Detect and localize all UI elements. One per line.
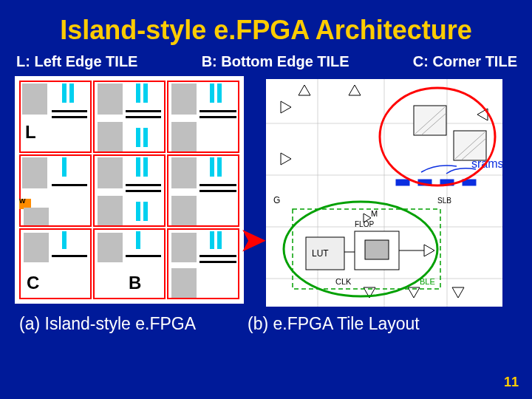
lut-label: LUT — [312, 248, 329, 259]
tile-std — [93, 154, 166, 227]
tile-C-label: C — [27, 273, 39, 293]
sram-block — [414, 106, 486, 160]
flop-label: FLOP — [355, 220, 374, 228]
tile-legend-row: L: Left Edge TILE B: Bottom Edge TILE C:… — [0, 53, 532, 76]
figure-b: srams G SLB LUT FLOP M — [266, 79, 502, 307]
tile-std: W — [19, 154, 92, 227]
m-label: M — [371, 209, 378, 218]
legend-bottom-tile: B: Bottom Edge TILE — [202, 53, 349, 70]
legend-corner-tile: C: Corner TILE — [413, 53, 517, 70]
slide-title: Island-style e.FPGA Architecture — [0, 0, 532, 53]
svg-rect-13 — [396, 180, 409, 185]
w-label: W — [19, 197, 26, 205]
arrow-icon: ➤ — [240, 222, 266, 258]
caption-a: (a) Island-style e.FPGA — [19, 314, 196, 334]
clk-label: CLK — [335, 277, 352, 286]
tile-B-label: B — [129, 273, 141, 293]
tile-L: L — [19, 81, 92, 153]
page-number: 11 — [504, 375, 519, 390]
legend-left-tile: L: Left Edge TILE — [16, 53, 137, 70]
srams-label: srams — [471, 157, 502, 170]
g-label: G — [273, 195, 280, 205]
tile-std — [93, 81, 166, 153]
tile-std — [167, 154, 239, 227]
figure-a: L — [15, 76, 244, 304]
tile-std — [167, 81, 239, 153]
tile-std — [167, 228, 239, 299]
svg-rect-20 — [365, 240, 389, 259]
tile-L-label: L — [25, 122, 36, 143]
slb-label: SLB — [437, 197, 451, 205]
caption-b: (b) e.FPGA Tile Layout — [248, 314, 420, 334]
tile-C: C — [19, 228, 92, 299]
captions-row: (a) Island-style e.FPGA (b) e.FPGA Tile … — [0, 307, 532, 334]
tile-B: B — [93, 228, 166, 299]
ble-group: LUT FLOP M CLK BLE — [293, 209, 440, 289]
